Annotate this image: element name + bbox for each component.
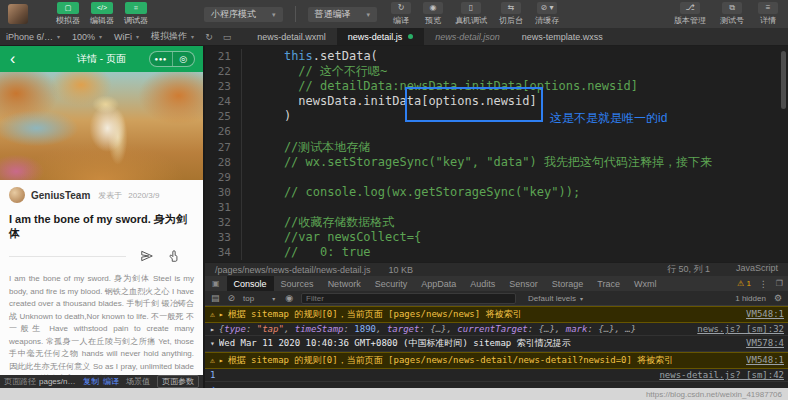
code-text: //var newsCollect={ <box>255 230 421 245</box>
action-测试号[interactable]: ⧉测试号 <box>720 2 744 26</box>
device-select[interactable]: iPhone 6/… ▾ <box>0 28 66 45</box>
author-name: GeniusTeam <box>31 190 90 201</box>
message-segment: Wed Mar 11 2020 10:40:36 GMT+0800 (中国标准时… <box>219 338 571 348</box>
article-card: GeniusTeam 发表于 2020/3/9 I am the bone of… <box>0 180 203 375</box>
copy-link[interactable]: 复制 <box>83 376 99 387</box>
warning-count-badge[interactable]: ⚠ 1 <box>737 279 751 288</box>
action-label: 详情 <box>760 15 776 26</box>
mode-dropdown[interactable]: 小程序模式 ▾ <box>204 7 283 22</box>
line-number: 32 <box>205 215 242 230</box>
line-number: 28 <box>205 155 242 170</box>
miniapp-capsule: ●●● ◎ <box>149 51 195 67</box>
gear-icon[interactable]: ⚙ <box>774 293 782 303</box>
devtools-tab-Console[interactable]: Console <box>227 276 274 291</box>
message-text: 根据 sitemap 的规则[0]，当前页面 [pages/news/news]… <box>228 308 738 321</box>
action-真机调试[interactable]: ▯真机调试 <box>455 2 487 26</box>
message-text: 根据 sitemap 的规则[0]，当前页面 [pages/news/news-… <box>228 354 738 367</box>
share-icon[interactable] <box>140 249 154 263</box>
action-详情[interactable]: ≡详情 <box>758 2 778 26</box>
expand-arrow-icon[interactable]: ▸ <box>210 325 215 334</box>
console-message[interactable]: ⚠▸根据 sitemap 的规则[0]，当前页面 [pages/news/new… <box>205 306 788 323</box>
devtools-panel-icon[interactable]: ▣ <box>205 276 227 291</box>
expand-arrow-icon[interactable]: ▾ <box>210 339 215 348</box>
message-segment: : <box>344 324 355 334</box>
like-hand-icon[interactable] <box>167 249 181 263</box>
eye-icon[interactable]: ◉ <box>285 293 293 303</box>
source-link[interactable]: news.js? [sm]:32 <box>697 324 784 334</box>
screenshot-icon[interactable]: ▭ <box>218 28 237 45</box>
action-label: 切后台 <box>499 15 523 26</box>
message-segment: "tap" <box>257 324 284 334</box>
compile-link[interactable]: 编译 <box>103 376 119 387</box>
editor-icon: </> <box>91 2 113 14</box>
devtools-tab-Trace[interactable]: Trace <box>590 276 627 291</box>
close-target-icon[interactable]: ◎ <box>173 52 195 66</box>
devtools-tab-Sensor[interactable]: Sensor <box>502 276 545 291</box>
compile-mode-dropdown[interactable]: 普通编译 ▾ <box>308 7 378 22</box>
chevron-down-icon: ▾ <box>191 33 194 40</box>
simulate-menu[interactable]: 模拟操作 ▾ <box>145 28 200 45</box>
log-levels-select[interactable]: Default levels ▾ <box>528 294 583 303</box>
devtools-tab-Storage[interactable]: Storage <box>545 276 591 291</box>
console-message[interactable]: 1news-detail.js? [sm]:42 <box>205 369 788 382</box>
code-line: 29 <box>205 170 788 185</box>
message-segment: : {…}, <box>528 324 566 334</box>
rotate-icon[interactable]: ↻ <box>200 28 218 45</box>
code-segment: // wx.setStorageSync("key", "data") 我先把这… <box>255 155 712 169</box>
line-number: 23 <box>205 79 242 94</box>
article-actions <box>9 249 194 263</box>
source-link[interactable]: VM578:4 <box>746 338 784 348</box>
clear-console-icon[interactable]: ⊘ <box>228 293 236 303</box>
tab-news-template.wxss[interactable]: news-template.wxss <box>511 28 614 45</box>
code-text: this.setData( <box>255 49 378 64</box>
expand-arrow-icon[interactable]: ▸ <box>219 310 224 319</box>
simulate-menu-label: 模拟操作 <box>151 30 187 43</box>
user-avatar[interactable] <box>8 4 28 24</box>
source-link[interactable]: VM548:1 <box>746 309 784 319</box>
page-params-button[interactable]: 页面参数 <box>157 375 199 388</box>
source-link[interactable]: news-detail.js? [sm]:42 <box>659 370 784 380</box>
context-select[interactable]: top ▾ <box>243 294 275 303</box>
main-region: ‹ 详情 - 页面 ●●● ◎ GeniusTeam 发表于 2020/3/9 … <box>0 46 788 388</box>
details-icon: ≡ <box>758 2 778 14</box>
action-编译[interactable]: ↻编译 <box>391 2 411 26</box>
action-预览[interactable]: ◉预览 <box>423 2 443 26</box>
filter-input[interactable] <box>301 293 516 304</box>
devtools-tab-Audits[interactable]: Audits <box>463 276 502 291</box>
more-menu-icon[interactable]: ●●● <box>150 52 173 66</box>
source-link[interactable]: VM548:1 <box>746 355 784 365</box>
warning-icon: ⚠ <box>210 356 215 365</box>
devtools-tab-Wxml[interactable]: Wxml <box>627 276 664 291</box>
editor-scrollbar[interactable] <box>781 51 786 109</box>
code-text: // console.log(wx.getStorageSync("key"))… <box>255 185 580 200</box>
author-avatar[interactable] <box>9 187 25 203</box>
message-segment: : {…}, <box>419 324 457 334</box>
miniapp-navbar: ‹ 详情 - 页面 ●●● ◎ <box>0 46 203 72</box>
action-版本管理[interactable]: ⎇版本管理 <box>674 2 706 26</box>
message-text: Wed Mar 11 2020 10:40:36 GMT+0800 (中国标准时… <box>219 337 738 350</box>
tab-news-detail.wxml[interactable]: news-detail.wxml <box>246 28 337 45</box>
dock-side-icon[interactable]: ❐ <box>776 279 783 288</box>
zoom-select[interactable]: 100% ▾ <box>66 28 108 45</box>
console-message[interactable]: ▸{type: "tap", timeStamp: 1890, target: … <box>205 323 788 336</box>
console-message[interactable]: ▾Wed Mar 11 2020 10:40:36 GMT+0800 (中国标准… <box>205 336 788 352</box>
action-切后台[interactable]: ⇆切后台 <box>499 2 523 26</box>
code-editor[interactable]: 21 this.setData(22 // 这个不行嗯~23 // detail… <box>205 46 788 262</box>
language-mode[interactable]: JavaScript <box>736 263 778 276</box>
devtools-tab-Network[interactable]: Network <box>321 276 368 291</box>
console-sidebar-icon[interactable]: ▤ <box>211 293 220 303</box>
devtools-tab-Sources[interactable]: Sources <box>274 276 321 291</box>
preview-icon: ◉ <box>423 2 443 14</box>
tab-news-detail.json[interactable]: news-detail.json <box>424 28 511 45</box>
panel-toggle-调试器[interactable]: ⌗调试器 <box>124 2 148 26</box>
action-清缓存[interactable]: ⊘ ▾清缓存 <box>535 2 559 26</box>
console-message[interactable]: ⚠▸根据 sitemap 的规则[0]，当前页面 [pages/news/new… <box>205 352 788 369</box>
network-select[interactable]: WiFi ▾ <box>108 28 145 45</box>
tab-news-detail.js[interactable]: news-detail.js <box>337 28 425 45</box>
devtools-tab-Security[interactable]: Security <box>368 276 415 291</box>
kebab-menu-icon[interactable]: ⋮ <box>759 279 768 289</box>
panel-toggle-编辑器[interactable]: </>编辑器 <box>90 2 114 26</box>
devtools-tab-AppData[interactable]: AppData <box>414 276 463 291</box>
expand-arrow-icon[interactable]: ▸ <box>219 356 224 365</box>
panel-toggle-模拟器[interactable]: ▢模拟器 <box>56 2 80 26</box>
